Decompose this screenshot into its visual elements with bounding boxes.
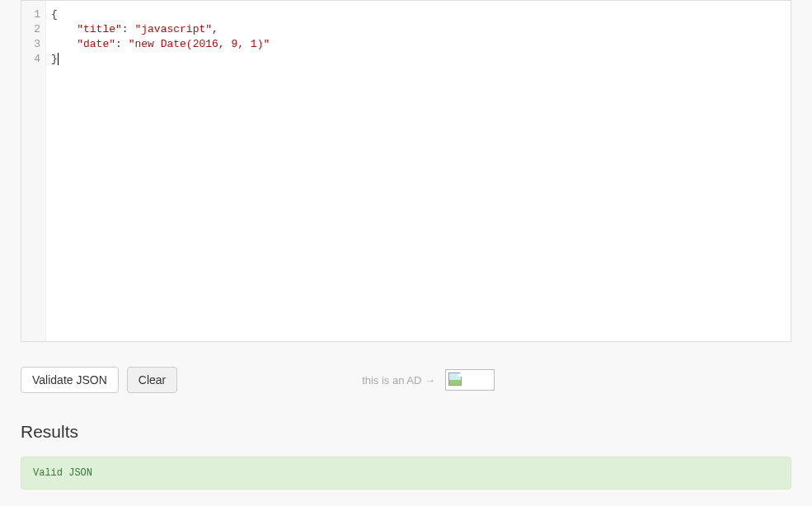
line-number: 3 (21, 37, 40, 52)
text-cursor (58, 53, 59, 65)
code-line: } (51, 52, 786, 67)
validate-button[interactable]: Validate JSON (21, 367, 119, 393)
line-number: 2 (21, 22, 40, 37)
results-heading: Results (21, 422, 791, 442)
token-str: "new Date(2016, 9, 1)" (129, 38, 270, 50)
code-line: "title": "javascript", (51, 22, 786, 37)
token-brace: } (51, 53, 58, 65)
token-brace: { (51, 8, 58, 21)
json-editor[interactable]: 1 2 3 4 { "title": "javascript", "date":… (21, 0, 791, 342)
controls-row: Validate JSON Clear this is an AD → (21, 367, 791, 393)
ad-block: this is an AD → (362, 369, 791, 391)
token-str: "javascript" (134, 23, 212, 35)
token-str: "title" (77, 23, 122, 35)
result-message: Valid JSON (21, 457, 791, 490)
token-str: "date" (77, 38, 115, 50)
line-gutter: 1 2 3 4 (21, 1, 46, 341)
code-line: { (51, 7, 786, 22)
ad-broken-image-icon (445, 369, 495, 391)
token-punc: , (212, 23, 218, 35)
line-number: 4 (21, 52, 40, 67)
token-punc: : (122, 23, 135, 35)
token-punc: : (115, 38, 129, 50)
line-number: 1 (21, 7, 40, 22)
code-line: "date": "new Date(2016, 9, 1)" (51, 37, 786, 52)
ad-label: this is an AD → (362, 374, 435, 387)
code-content[interactable]: { "title": "javascript", "date": "new Da… (46, 1, 791, 341)
clear-button[interactable]: Clear (127, 367, 177, 393)
